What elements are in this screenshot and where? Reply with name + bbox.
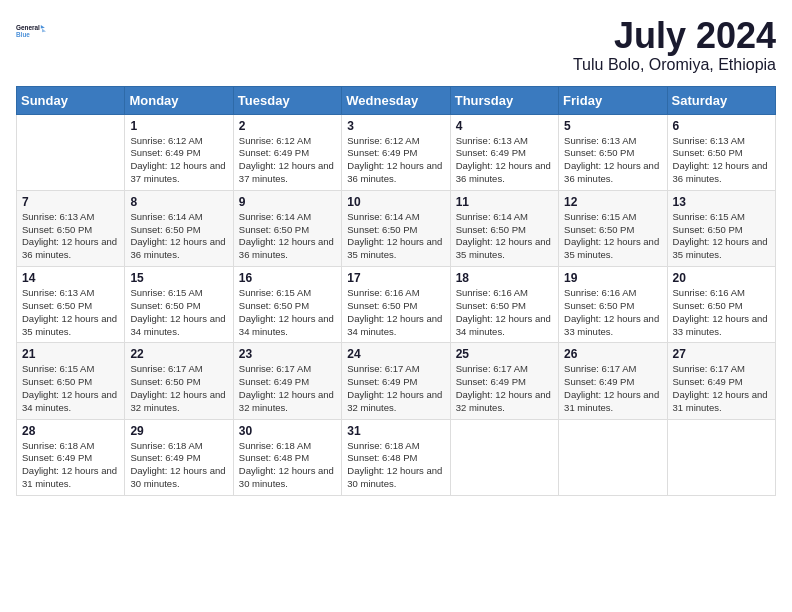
- day-number: 1: [130, 119, 227, 133]
- day-info: Sunrise: 6:16 AM Sunset: 6:50 PM Dayligh…: [456, 287, 553, 338]
- day-info: Sunrise: 6:12 AM Sunset: 6:49 PM Dayligh…: [347, 135, 444, 186]
- day-info: Sunrise: 6:16 AM Sunset: 6:50 PM Dayligh…: [564, 287, 661, 338]
- day-info: Sunrise: 6:17 AM Sunset: 6:49 PM Dayligh…: [239, 363, 336, 414]
- calendar-week-row: 1Sunrise: 6:12 AM Sunset: 6:49 PM Daylig…: [17, 114, 776, 190]
- day-info: Sunrise: 6:18 AM Sunset: 6:49 PM Dayligh…: [22, 440, 119, 491]
- calendar-week-row: 21Sunrise: 6:15 AM Sunset: 6:50 PM Dayli…: [17, 343, 776, 419]
- table-row: 16Sunrise: 6:15 AM Sunset: 6:50 PM Dayli…: [233, 267, 341, 343]
- svg-text:Blue: Blue: [16, 31, 30, 38]
- table-row: 1Sunrise: 6:12 AM Sunset: 6:49 PM Daylig…: [125, 114, 233, 190]
- svg-marker-3: [42, 29, 46, 33]
- col-friday: Friday: [559, 86, 667, 114]
- svg-text:General: General: [16, 24, 40, 31]
- table-row: 18Sunrise: 6:16 AM Sunset: 6:50 PM Dayli…: [450, 267, 558, 343]
- day-number: 31: [347, 424, 444, 438]
- day-number: 11: [456, 195, 553, 209]
- day-number: 17: [347, 271, 444, 285]
- day-info: Sunrise: 6:13 AM Sunset: 6:50 PM Dayligh…: [673, 135, 770, 186]
- col-sunday: Sunday: [17, 86, 125, 114]
- location: Tulu Bolo, Oromiya, Ethiopia: [573, 56, 776, 74]
- col-wednesday: Wednesday: [342, 86, 450, 114]
- day-number: 23: [239, 347, 336, 361]
- table-row: 8Sunrise: 6:14 AM Sunset: 6:50 PM Daylig…: [125, 190, 233, 266]
- table-row: 5Sunrise: 6:13 AM Sunset: 6:50 PM Daylig…: [559, 114, 667, 190]
- day-number: 20: [673, 271, 770, 285]
- day-info: Sunrise: 6:18 AM Sunset: 6:48 PM Dayligh…: [239, 440, 336, 491]
- day-number: 22: [130, 347, 227, 361]
- table-row: 30Sunrise: 6:18 AM Sunset: 6:48 PM Dayli…: [233, 419, 341, 495]
- calendar-week-row: 7Sunrise: 6:13 AM Sunset: 6:50 PM Daylig…: [17, 190, 776, 266]
- page-header: GeneralBlue July 2024 Tulu Bolo, Oromiya…: [16, 16, 776, 74]
- calendar-week-row: 28Sunrise: 6:18 AM Sunset: 6:49 PM Dayli…: [17, 419, 776, 495]
- table-row: 13Sunrise: 6:15 AM Sunset: 6:50 PM Dayli…: [667, 190, 775, 266]
- table-row: 22Sunrise: 6:17 AM Sunset: 6:50 PM Dayli…: [125, 343, 233, 419]
- table-row: 4Sunrise: 6:13 AM Sunset: 6:49 PM Daylig…: [450, 114, 558, 190]
- day-info: Sunrise: 6:16 AM Sunset: 6:50 PM Dayligh…: [347, 287, 444, 338]
- day-info: Sunrise: 6:14 AM Sunset: 6:50 PM Dayligh…: [347, 211, 444, 262]
- title-block: July 2024 Tulu Bolo, Oromiya, Ethiopia: [573, 16, 776, 74]
- calendar-week-row: 14Sunrise: 6:13 AM Sunset: 6:50 PM Dayli…: [17, 267, 776, 343]
- table-row: 27Sunrise: 6:17 AM Sunset: 6:49 PM Dayli…: [667, 343, 775, 419]
- day-number: 16: [239, 271, 336, 285]
- table-row: [17, 114, 125, 190]
- table-row: 14Sunrise: 6:13 AM Sunset: 6:50 PM Dayli…: [17, 267, 125, 343]
- day-number: 6: [673, 119, 770, 133]
- table-row: 6Sunrise: 6:13 AM Sunset: 6:50 PM Daylig…: [667, 114, 775, 190]
- day-number: 29: [130, 424, 227, 438]
- day-info: Sunrise: 6:18 AM Sunset: 6:48 PM Dayligh…: [347, 440, 444, 491]
- day-number: 18: [456, 271, 553, 285]
- table-row: 31Sunrise: 6:18 AM Sunset: 6:48 PM Dayli…: [342, 419, 450, 495]
- day-info: Sunrise: 6:15 AM Sunset: 6:50 PM Dayligh…: [673, 211, 770, 262]
- day-info: Sunrise: 6:15 AM Sunset: 6:50 PM Dayligh…: [22, 363, 119, 414]
- table-row: [559, 419, 667, 495]
- table-row: 10Sunrise: 6:14 AM Sunset: 6:50 PM Dayli…: [342, 190, 450, 266]
- day-info: Sunrise: 6:14 AM Sunset: 6:50 PM Dayligh…: [239, 211, 336, 262]
- table-row: 26Sunrise: 6:17 AM Sunset: 6:49 PM Dayli…: [559, 343, 667, 419]
- calendar-table: Sunday Monday Tuesday Wednesday Thursday…: [16, 86, 776, 496]
- day-number: 30: [239, 424, 336, 438]
- table-row: 7Sunrise: 6:13 AM Sunset: 6:50 PM Daylig…: [17, 190, 125, 266]
- table-row: 2Sunrise: 6:12 AM Sunset: 6:49 PM Daylig…: [233, 114, 341, 190]
- day-info: Sunrise: 6:17 AM Sunset: 6:49 PM Dayligh…: [673, 363, 770, 414]
- day-number: 27: [673, 347, 770, 361]
- table-row: 19Sunrise: 6:16 AM Sunset: 6:50 PM Dayli…: [559, 267, 667, 343]
- day-info: Sunrise: 6:13 AM Sunset: 6:50 PM Dayligh…: [22, 211, 119, 262]
- day-info: Sunrise: 6:18 AM Sunset: 6:49 PM Dayligh…: [130, 440, 227, 491]
- day-number: 8: [130, 195, 227, 209]
- col-saturday: Saturday: [667, 86, 775, 114]
- day-number: 2: [239, 119, 336, 133]
- table-row: 9Sunrise: 6:14 AM Sunset: 6:50 PM Daylig…: [233, 190, 341, 266]
- logo: GeneralBlue: [16, 16, 48, 48]
- day-info: Sunrise: 6:12 AM Sunset: 6:49 PM Dayligh…: [130, 135, 227, 186]
- col-monday: Monday: [125, 86, 233, 114]
- day-number: 14: [22, 271, 119, 285]
- day-info: Sunrise: 6:17 AM Sunset: 6:49 PM Dayligh…: [347, 363, 444, 414]
- table-row: 21Sunrise: 6:15 AM Sunset: 6:50 PM Dayli…: [17, 343, 125, 419]
- day-number: 4: [456, 119, 553, 133]
- table-row: 15Sunrise: 6:15 AM Sunset: 6:50 PM Dayli…: [125, 267, 233, 343]
- table-row: 17Sunrise: 6:16 AM Sunset: 6:50 PM Dayli…: [342, 267, 450, 343]
- table-row: 28Sunrise: 6:18 AM Sunset: 6:49 PM Dayli…: [17, 419, 125, 495]
- day-info: Sunrise: 6:15 AM Sunset: 6:50 PM Dayligh…: [239, 287, 336, 338]
- table-row: [450, 419, 558, 495]
- table-row: 24Sunrise: 6:17 AM Sunset: 6:49 PM Dayli…: [342, 343, 450, 419]
- day-number: 21: [22, 347, 119, 361]
- day-number: 13: [673, 195, 770, 209]
- day-info: Sunrise: 6:17 AM Sunset: 6:50 PM Dayligh…: [130, 363, 227, 414]
- day-info: Sunrise: 6:12 AM Sunset: 6:49 PM Dayligh…: [239, 135, 336, 186]
- col-tuesday: Tuesday: [233, 86, 341, 114]
- table-row: 23Sunrise: 6:17 AM Sunset: 6:49 PM Dayli…: [233, 343, 341, 419]
- day-number: 28: [22, 424, 119, 438]
- day-number: 25: [456, 347, 553, 361]
- day-info: Sunrise: 6:14 AM Sunset: 6:50 PM Dayligh…: [130, 211, 227, 262]
- day-info: Sunrise: 6:13 AM Sunset: 6:50 PM Dayligh…: [564, 135, 661, 186]
- day-number: 10: [347, 195, 444, 209]
- day-number: 5: [564, 119, 661, 133]
- table-row: 20Sunrise: 6:16 AM Sunset: 6:50 PM Dayli…: [667, 267, 775, 343]
- col-thursday: Thursday: [450, 86, 558, 114]
- day-number: 24: [347, 347, 444, 361]
- month-year: July 2024: [573, 16, 776, 56]
- day-info: Sunrise: 6:15 AM Sunset: 6:50 PM Dayligh…: [564, 211, 661, 262]
- day-number: 3: [347, 119, 444, 133]
- day-info: Sunrise: 6:17 AM Sunset: 6:49 PM Dayligh…: [564, 363, 661, 414]
